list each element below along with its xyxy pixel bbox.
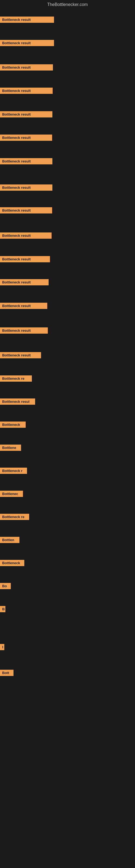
bottleneck-badge-22: Bottleneck re [0,514,29,520]
bottleneck-item: Bottleneck re [0,375,32,383]
bottleneck-item: Bottleneck result [0,158,52,165]
bottleneck-item: Bottleneck result [0,352,41,360]
bottleneck-badge-28: Bott [0,670,13,676]
bottleneck-badge-24: Bottleneck [0,560,24,566]
bottleneck-item: Bo [0,583,11,590]
bottleneck-item: Bottleneck r [0,468,27,475]
bottleneck-item: Bottleneck result [0,64,53,72]
bottleneck-badge-7: Bottleneck result [0,158,52,164]
bottleneck-item: Bottleneck result [0,88,53,95]
bottleneck-item: Bottleneck [0,422,26,429]
bottleneck-item: Bottleneck result [0,256,50,264]
bottleneck-item: Bottleneck result [0,232,52,240]
bottleneck-item: I [0,644,4,651]
bottleneck-badge-19: Bottlene [0,444,21,451]
bottleneck-badge-17: Bottleneck resul [0,399,35,405]
bottleneck-item: Bottleneck result [0,303,47,310]
bottleneck-badge-25: Bo [0,583,11,589]
bottleneck-badge-16: Bottleneck re [0,375,32,382]
bottleneck-item: Bottleneck result [0,17,54,24]
bottleneck-item: Bottleneck [0,560,24,567]
bottleneck-badge-3: Bottleneck result [0,64,53,70]
bottleneck-item: Bottlen [0,537,19,544]
bottleneck-item: B [0,606,5,613]
bottleneck-item: Bottleneck result [0,207,52,215]
bottleneck-badge-12: Bottleneck result [0,279,49,285]
bottleneck-item: Bott [0,670,13,677]
bottleneck-badge-2: Bottleneck result [0,40,54,46]
bottleneck-badge-13: Bottleneck result [0,303,47,309]
bottleneck-badge-27: I [0,644,4,650]
bottleneck-badge-14: Bottleneck result [0,328,48,334]
bottleneck-item: Bottleneck result [0,184,52,192]
bottleneck-item: Bottleneck result [0,328,48,335]
bottleneck-badge-18: Bottleneck [0,422,26,428]
bottleneck-badge-1: Bottleneck result [0,17,54,23]
bottleneck-badge-4: Bottleneck result [0,88,53,94]
bottleneck-item: Bottleneck result [0,111,52,119]
bottleneck-item: Bottlenec [0,491,23,498]
bottleneck-badge-26: B [0,606,5,612]
bottleneck-badge-9: Bottleneck result [0,207,52,214]
bottleneck-item: Bottleneck resul [0,399,35,406]
bottleneck-badge-6: Bottleneck result [0,134,52,141]
bottleneck-badge-8: Bottleneck result [0,184,52,191]
bottleneck-item: Bottleneck result [0,134,52,142]
bottleneck-badge-21: Bottlenec [0,491,23,497]
bottleneck-badge-23: Bottlen [0,537,19,543]
bottleneck-item: Bottleneck result [0,40,54,47]
bottleneck-item: Bottleneck re [0,514,29,521]
bottleneck-badge-20: Bottleneck r [0,468,27,474]
bottleneck-badge-10: Bottleneck result [0,232,52,239]
bottleneck-item: Bottleneck result [0,279,49,286]
bottleneck-item: Bottlene [0,444,21,452]
bottleneck-badge-15: Bottleneck result [0,352,41,358]
bottleneck-badge-5: Bottleneck result [0,111,52,118]
bottleneck-badge-11: Bottleneck result [0,256,50,262]
site-title: TheBottlenecker.com [0,0,135,8]
